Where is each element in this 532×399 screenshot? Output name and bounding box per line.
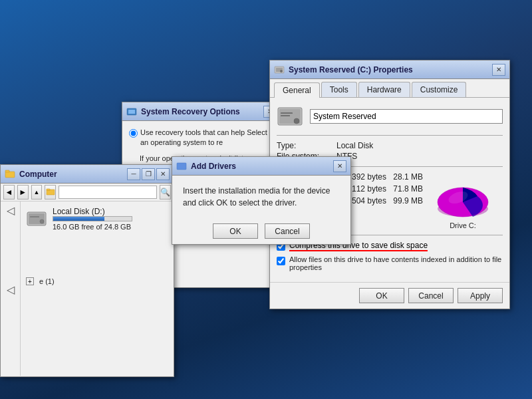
drive-c-icon: [277, 104, 303, 128]
checkbox-section: Compress this drive to save disk space A…: [277, 241, 503, 271]
drive-name-input[interactable]: [310, 109, 503, 124]
drive-d-details: Local Disk (D:) 16.0 GB free of 24.8 GB: [53, 207, 132, 231]
pie-chart: [433, 172, 493, 219]
browser-body: ◁ ◁: [1, 201, 174, 376]
recovery-radio-row: Use recovery tools that can help Select …: [129, 128, 274, 148]
size-mb-2: 71.8 MB: [386, 184, 423, 194]
tab-customize[interactable]: Customize: [412, 82, 467, 97]
drive-header: [277, 104, 503, 128]
dialog-message: Insert the installation media for the de…: [172, 176, 350, 218]
size-mb-1: 28.1 MB: [386, 172, 423, 182]
desktop: System Recovery Options ✕ Use recovery t…: [0, 0, 532, 399]
drive-d-bar-container: [53, 216, 132, 221]
properties-close-button[interactable]: ✕: [492, 64, 505, 76]
index-row: Allow files on this drive to have conten…: [277, 255, 503, 271]
svg-point-8: [40, 219, 44, 223]
browser-title-buttons: ─ ❐ ✕: [127, 168, 170, 180]
svg-point-16: [294, 118, 299, 124]
svg-rect-9: [30, 216, 39, 217]
sidenav-icon-2: ◁: [7, 283, 15, 296]
browser-toolbar: ◄ ► ▲ 🔍: [1, 184, 174, 201]
type-value: Local Disk: [336, 141, 373, 150]
drive-d-bar-fill: [53, 217, 104, 221]
recovery-titlebar[interactable]: System Recovery Options ✕: [122, 102, 281, 121]
dialog-titlebar[interactable]: Add Drivers ✕: [172, 157, 350, 176]
properties-cancel-button[interactable]: Cancel: [408, 288, 454, 303]
browser-main: Local Disk (D:) 16.0 GB free of 24.8 GB …: [21, 201, 174, 376]
tab-tools[interactable]: Tools: [321, 82, 357, 97]
recovery-title: System Recovery Options: [141, 107, 263, 116]
properties-bottom-buttons: OK Cancel Apply: [270, 282, 509, 309]
file-browser-window: Computer ─ ❐ ✕ ◄ ► ▲ 🔍: [0, 164, 174, 377]
back-button[interactable]: ◄: [3, 185, 15, 200]
svg-rect-1: [128, 110, 135, 114]
type-row: Type: Local Disk: [277, 141, 503, 150]
up-button[interactable]: ▲: [31, 185, 43, 200]
dialog-title-buttons: ✕: [333, 160, 346, 172]
properties-icon: [274, 65, 285, 75]
recovery-radio[interactable]: [129, 129, 138, 138]
dialog-action-buttons: OK Cancel: [172, 218, 350, 244]
browser-sidenav: ◁ ◁: [1, 201, 21, 376]
drive-item-d: Local Disk (D:) 16.0 GB free of 24.8 GB: [26, 207, 168, 231]
dialog-cancel-button[interactable]: Cancel: [265, 223, 310, 239]
index-checkbox[interactable]: [277, 257, 285, 265]
properties-titlebar[interactable]: System Reserved (C:) Properties ✕: [270, 61, 509, 79]
folder-button[interactable]: [45, 185, 56, 200]
properties-title-buttons: ✕: [492, 64, 505, 76]
recovery-icon: [126, 106, 137, 117]
sidenav-item-1[interactable]: ◁: [1, 204, 20, 217]
svg-point-13: [280, 70, 283, 72]
browser-titlebar[interactable]: Computer ─ ❐ ✕: [1, 165, 174, 184]
search-button[interactable]: 🔍: [160, 185, 171, 200]
dialog-close-button[interactable]: ✕: [333, 160, 346, 172]
svg-rect-3: [5, 170, 9, 172]
svg-rect-18: [281, 115, 290, 116]
browser-minimize-button[interactable]: ─: [127, 168, 140, 180]
expand-label-1: e (1): [39, 277, 55, 285]
properties-tabs: General Tools Hardware Customize: [270, 79, 509, 98]
separator-1: [277, 135, 503, 136]
svg-rect-5: [47, 189, 50, 191]
dialog-title: Add Drivers: [191, 162, 333, 171]
drive-c-label: Drive C:: [450, 221, 476, 229]
hdd-icon-d: [26, 209, 47, 228]
dialog-ok-button[interactable]: OK: [213, 223, 258, 239]
properties-title: System Reserved (C:) Properties: [289, 65, 492, 74]
pie-container: Drive C:: [423, 172, 503, 229]
browser-expand-row: + e (1): [26, 277, 168, 285]
browser-restore-button[interactable]: ❐: [142, 168, 155, 180]
tab-general[interactable]: General: [274, 82, 320, 98]
drive-d-space: 16.0 GB free of 24.8 GB: [53, 223, 132, 231]
dialog-icon: [176, 161, 187, 172]
recovery-radio-text: Use recovery tools that can help Select …: [140, 128, 274, 148]
expand-btn-1[interactable]: +: [26, 277, 34, 285]
size-mb-3: 99.9 MB: [386, 196, 423, 205]
browser-icon: [5, 169, 15, 180]
properties-ok-button[interactable]: OK: [359, 288, 404, 303]
tab-hardware[interactable]: Hardware: [358, 82, 410, 97]
browser-close-button[interactable]: ✕: [156, 168, 170, 180]
sidenav-item-2[interactable]: ◁: [1, 283, 20, 296]
drive-d-name: Local Disk (D:): [53, 207, 132, 216]
sidenav-icon-1: ◁: [7, 204, 15, 217]
dialog-message-text: Insert the installation media for the de…: [183, 186, 330, 207]
svg-rect-17: [281, 112, 293, 114]
index-label: Allow files on this drive to have conten…: [289, 255, 503, 271]
address-bar[interactable]: [59, 186, 157, 199]
add-drivers-dialog: Add Drivers ✕ Insert the installation me…: [172, 156, 351, 245]
browser-title: Computer: [19, 170, 127, 179]
type-label: Type:: [277, 141, 336, 150]
forward-button[interactable]: ►: [17, 185, 29, 200]
properties-apply-button[interactable]: Apply: [458, 288, 503, 303]
svg-rect-2: [5, 172, 15, 178]
svg-rect-10: [177, 163, 186, 170]
